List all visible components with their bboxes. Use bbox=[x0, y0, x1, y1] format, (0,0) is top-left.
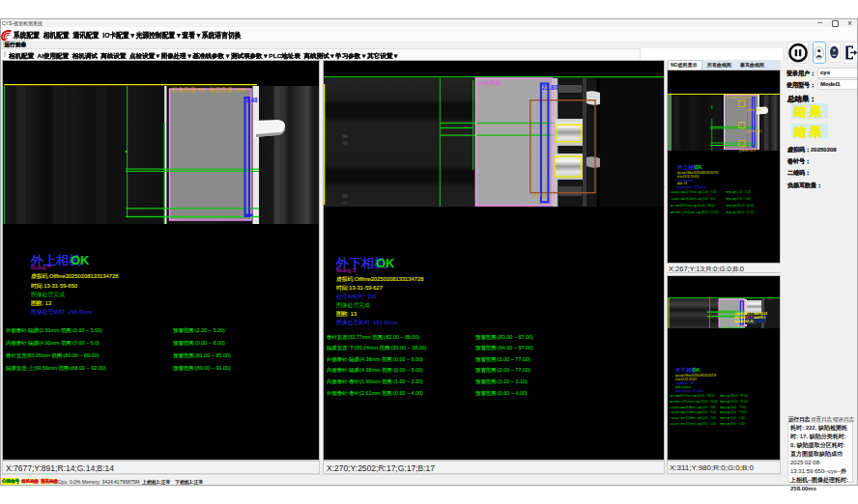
svg-text:外侧卷针-隔膜(2.91mm 范围:(2.00 ~ 3.50: 外侧卷针-隔膜(2.91mm 范围:(2.00 ~ 3.50) bbox=[671, 190, 717, 194]
svg-text:预警范围:(89.00 ~ 91.00): 预警范围:(89.00 ~ 91.00) bbox=[726, 210, 754, 214]
svg-text:预警范围:(2.00 ~ 77.00): 预警范围:(2.00 ~ 77.00) bbox=[720, 406, 746, 409]
svg-text:区域2明:143.2: 区域2明:143.2 bbox=[746, 129, 763, 133]
svg-text:预警范围:(94.00 ~ 97.00): 预警范围:(94.00 ~ 97.00) bbox=[720, 400, 748, 404]
svg-text:预警范围:(2.00 ~ 77.00): 预警范围:(2.00 ~ 77.00) bbox=[720, 410, 746, 414]
svg-text:处理AI耗时: 166: 处理AI耗时: 166 bbox=[336, 293, 377, 300]
svg-text:OK: OK bbox=[693, 367, 701, 373]
svg-text:处理AI耗时: 166: 处理AI耗时: 166 bbox=[675, 381, 695, 385]
svg-text:图数: 13: 图数: 13 bbox=[31, 299, 51, 307]
svg-text:外侧卷针-隔膜(4.38mm 范围:(0.00 ~ 9.00: 外侧卷针-隔膜(4.38mm 范围:(0.00 ~ 9.00) bbox=[327, 356, 423, 363]
svg-text:预警范围:(89.00 ~ 91.00): 预警范围:(89.00 ~ 91.00) bbox=[173, 365, 231, 372]
svg-text:预警范围:(2.20 ~ 3.20): 预警范围:(2.20 ~ 3.20) bbox=[173, 327, 225, 334]
svg-text:灯条亮值:93, 动态亮值:100: 灯条亮值:93, 动态亮值:100 bbox=[172, 86, 246, 94]
svg-text:预警范围:(83.00 ~ 87.00): 预警范围:(83.00 ~ 87.00) bbox=[720, 394, 748, 398]
svg-text:内侧卷针-卷针(1.90mm 范围:(1.00 ~ 2.20: 内侧卷针-卷针(1.90mm 范围:(1.00 ~ 2.20) bbox=[670, 416, 716, 420]
svg-text:预警范围:(1.10 ~ 2.10): 预警范围:(1.10 ~ 2.10) bbox=[475, 378, 528, 385]
svg-text:图像处理耗时: 258.00ms: 图像处理耗时: 258.00ms bbox=[677, 185, 706, 189]
svg-text:预警范围:(81.00 ~ 85.00): 预警范围:(81.00 ~ 85.00) bbox=[173, 352, 231, 359]
svg-text:时间:13-31-59-650: 时间:13-31-59-650 bbox=[677, 175, 700, 179]
svg-text:内侧卷针-隔膜(4.38mm 范围:(0.00 ~ 9.00: 内侧卷针-隔膜(4.38mm 范围:(0.00 ~ 9.00) bbox=[327, 367, 423, 374]
svg-text:隔膜宽度95.24: 隔膜宽度95.24 bbox=[734, 320, 754, 323]
svg-text:预警范围:(81.00 ~ 85.00): 预警范围:(81.00 ~ 85.00) bbox=[726, 204, 754, 208]
svg-text:23.80: 23.80 bbox=[542, 84, 558, 91]
svg-text:OK: OK bbox=[376, 256, 395, 270]
svg-text:图像处理耗时: 183.00ms: 图像处理耗时: 183.00ms bbox=[336, 319, 398, 326]
svg-text:外侧卷针-卷针(2.61mm 范围:(0.60 ~ 4.00: 外侧卷针-卷针(2.61mm 范围:(0.60 ~ 4.00) bbox=[670, 422, 716, 426]
svg-text:隔膜宽度-上(90.56mm 范围:(88.00 ~ 92.: 隔膜宽度-上(90.56mm 范围:(88.00 ~ 92.00) bbox=[671, 210, 719, 214]
svg-text:隔膜宽度-上(90.56mm 范围:(88.00 ~ 92.: 隔膜宽度-上(90.56mm 范围:(88.00 ~ 92.00) bbox=[6, 365, 106, 372]
svg-text:预警范围:(0.00 ~ 8.00): 预警范围:(0.00 ~ 8.00) bbox=[726, 197, 751, 201]
svg-text:虚拟码:Offline20250208133134728: 虚拟码:Offline20250208133134728 bbox=[31, 272, 118, 279]
svg-text:预警范围:(83.00 ~ 87.00): 预警范围:(83.00 ~ 87.00) bbox=[475, 334, 533, 341]
svg-text:图像处理完成: 图像处理完成 bbox=[336, 301, 370, 309]
svg-text:图数: 13: 图数: 13 bbox=[677, 182, 687, 185]
svg-text:卷针宽度(83.77mm 范围:(82.00 ~ 88.00: 卷针宽度(83.77mm 范围:(82.00 ~ 88.00) bbox=[670, 394, 714, 398]
svg-text:时间:13-31-59-650: 时间:13-31-59-650 bbox=[31, 283, 77, 290]
svg-text:预警范围:(0.00 ~ 8.00): 预警范围:(0.00 ~ 8.00) bbox=[173, 340, 225, 347]
svg-text:外侧卷针-隔膜(2.91mm 范围:(2.00 ~ 3.50: 外侧卷针-隔膜(2.91mm 范围:(2.00 ~ 3.50) bbox=[6, 327, 102, 334]
svg-text:卷针宽度(83.05mm 范围:(80.00 ~ 86.00: 卷针宽度(83.05mm 范围:(80.00 ~ 86.00) bbox=[671, 204, 715, 208]
svg-text:NG光检:'T': NG光检:'T' bbox=[31, 266, 52, 270]
svg-text:预警范围:(2.00 ~ 77.00): 预警范围:(2.00 ~ 77.00) bbox=[475, 356, 530, 363]
svg-text:预警范围:(2.00 ~ 77.00): 预警范围:(2.00 ~ 77.00) bbox=[475, 367, 530, 374]
svg-text:预警范围:(94.00 ~ 97.00): 预警范围:(94.00 ~ 97.00) bbox=[475, 345, 533, 351]
svg-text:图像处理完成: 图像处理完成 bbox=[677, 179, 693, 182]
svg-text:虚拟码:Offline20250208133134728: 虚拟码:Offline20250208133134728 bbox=[675, 374, 716, 378]
svg-text:时间:13-31-59-627: 时间:13-31-59-627 bbox=[675, 378, 698, 381]
svg-text:内侧卷针-隔膜(4.60mm 范围:(3.00 ~ 6.0): 内侧卷针-隔膜(4.60mm 范围:(3.00 ~ 6.0) bbox=[6, 340, 100, 347]
svg-text:内侧卷针-隔膜(4.60mm 范围:(3.00 ~ 6.0): 内侧卷针-隔膜(4.60mm 范围:(3.00 ~ 6.0) bbox=[671, 197, 716, 201]
svg-text:隔膜宽度-下(95.24mm 范围:(93.00 ~ 98.: 隔膜宽度-下(95.24mm 范围:(93.00 ~ 98.00) bbox=[670, 400, 718, 404]
svg-text:虚拟码:Offline20250208133134728: 虚拟码:Offline20250208133134728 bbox=[677, 171, 718, 175]
svg-text:预警范围:(2.20 ~ 3.20): 预警范围:(2.20 ~ 3.20) bbox=[726, 190, 751, 194]
svg-text:OK: OK bbox=[695, 164, 702, 170]
svg-text:卷针宽度(83.05mm 范围:(80.00 ~ 86.00: 卷针宽度(83.05mm 范围:(80.00 ~ 86.00) bbox=[6, 352, 100, 359]
svg-text:内侧卷针-隔膜(4.38mm 范围:(0.00 ~ 9.00: 内侧卷针-隔膜(4.38mm 范围:(0.00 ~ 9.00) bbox=[670, 410, 716, 414]
svg-text:内侧卷针-卷针(1.90mm 范围:(1.00 ~ 2.20: 内侧卷针-卷针(1.90mm 范围:(1.00 ~ 2.20) bbox=[327, 378, 423, 385]
svg-text:图数: 13: 图数: 13 bbox=[336, 310, 357, 318]
svg-text:外侧卷针-隔膜(4.38mm 范围:(0.00 ~ 9.00: 外侧卷针-隔膜(4.38mm 范围:(0.00 ~ 9.00) bbox=[670, 406, 716, 409]
svg-text:AI检测框: AI检测框 bbox=[478, 79, 501, 86]
svg-text:区域1明:145.0: 区域1明:145.0 bbox=[746, 108, 763, 112]
svg-text:区域3明:142.8: 区域3明:142.8 bbox=[739, 149, 757, 153]
svg-text:71.9 13.7: 71.9 13.7 bbox=[532, 193, 551, 198]
svg-text:虚拟码:Offline20250208133134728: 虚拟码:Offline20250208133134728 bbox=[336, 275, 423, 282]
svg-text:时间:13-31-59-627: 时间:13-31-59-627 bbox=[336, 285, 383, 292]
svg-text:图像处理耗时: 183.00ms: 图像处理耗时: 183.00ms bbox=[675, 389, 704, 393]
svg-text:3.48: 3.48 bbox=[245, 97, 258, 103]
svg-text:隔膜宽度-下(95.24mm 范围:(93.00 ~ 98.: 隔膜宽度-下(95.24mm 范围:(93.00 ~ 98.00) bbox=[327, 345, 427, 351]
svg-text:外侧卷针-卷针(2.61mm 范围:(0.60 ~ 4.00: 外侧卷针-卷针(2.61mm 范围:(0.60 ~ 4.00) bbox=[327, 390, 423, 397]
svg-text:图像处理完成: 图像处理完成 bbox=[675, 385, 691, 389]
svg-text:预警范围:(1.10 ~ 2.10): 预警范围:(1.10 ~ 2.10) bbox=[720, 416, 745, 420]
svg-text:图像处理耗时: 258.00ms: 图像处理耗时: 258.00ms bbox=[31, 308, 93, 316]
svg-text:预警范围:(0.60 ~ 4.00): 预警范围:(0.60 ~ 4.00) bbox=[475, 390, 528, 397]
svg-text:NG光检:'0': NG光检:'0' bbox=[336, 268, 357, 273]
svg-text:图像处理完成: 图像处理完成 bbox=[31, 291, 65, 298]
svg-text:OK: OK bbox=[71, 253, 90, 267]
svg-text:预警范围:(0.60 ~ 4.00): 预警范围:(0.60 ~ 4.00) bbox=[720, 422, 745, 426]
svg-text:灯条亮值:93 动态:100: 灯条亮值:93 动态:100 bbox=[727, 96, 752, 99]
svg-text:卷针宽度(83.77mm 范围:(82.00 ~ 88.00: 卷针宽度(83.77mm 范围:(82.00 ~ 88.00) bbox=[327, 334, 420, 341]
